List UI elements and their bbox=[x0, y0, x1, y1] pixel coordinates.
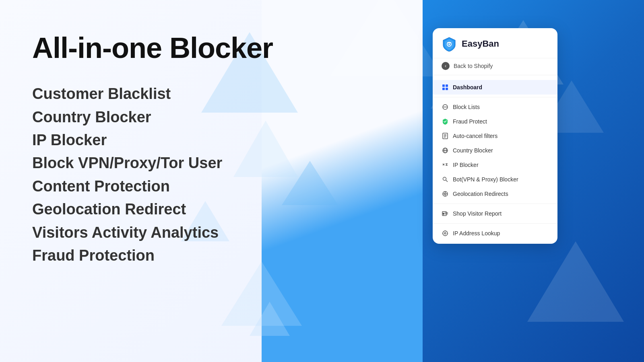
feature-list: Customer Blacklist Country Blocker IP Bl… bbox=[32, 84, 394, 265]
nav-label-country-blocker: Country Blocker bbox=[453, 147, 493, 154]
svg-point-15 bbox=[443, 177, 446, 181]
right-section: EasyBan ‹ Back to Shopify bbox=[411, 24, 580, 244]
panel-header: EasyBan bbox=[433, 28, 557, 58]
feature-visitor-analytics: Visitors Activity Analytics bbox=[32, 223, 394, 243]
feature-customer-blacklist: Customer Blacklist bbox=[32, 84, 394, 104]
nav-label-dashboard: Dashboard bbox=[453, 84, 482, 90]
block-lists-icon bbox=[442, 103, 449, 111]
back-to-shopify[interactable]: ‹ Back to Shopify bbox=[433, 58, 557, 75]
feature-geolocation-redirect: Geolocation Redirect bbox=[32, 200, 394, 219]
nav-label-block-lists: Block Lists bbox=[453, 104, 480, 110]
svg-rect-2 bbox=[442, 84, 445, 87]
nav-item-ip-blocker[interactable]: IP Blocker bbox=[433, 158, 557, 172]
nav-divider-3 bbox=[433, 223, 557, 224]
nav-item-bot-blocker[interactable]: Bot(VPN & Proxy) Blocker bbox=[433, 172, 557, 187]
svg-point-29 bbox=[444, 232, 446, 234]
nav-item-fraud-protect[interactable]: Fraud Protect bbox=[433, 114, 557, 129]
nav-label-fraud-protect: Fraud Protect bbox=[453, 118, 487, 125]
nav-label-shop-visitor: Shop Visitor Report bbox=[453, 210, 502, 217]
back-label: Back to Shopify bbox=[454, 63, 493, 69]
panel-nav: Dashboard Block Lists bbox=[433, 77, 557, 244]
geolocation-icon bbox=[442, 190, 449, 197]
shop-visitor-icon bbox=[442, 210, 449, 217]
panel-title: EasyBan bbox=[462, 39, 499, 49]
easyban-panel: EasyBan ‹ Back to Shopify bbox=[433, 28, 557, 244]
ip-blocker-icon bbox=[442, 161, 449, 169]
nav-label-auto-cancel: Auto-cancel filters bbox=[453, 133, 497, 139]
feature-country-blocker: Country Blocker bbox=[32, 107, 394, 127]
auto-cancel-icon bbox=[442, 132, 449, 140]
nav-divider-2 bbox=[433, 204, 557, 204]
nav-item-shop-visitor[interactable]: Shop Visitor Report bbox=[433, 206, 557, 221]
nav-label-bot-blocker: Bot(VPN & Proxy) Blocker bbox=[453, 176, 518, 183]
fraud-protect-icon bbox=[442, 118, 449, 125]
nav-label-geolocation: Geolocation Redirects bbox=[453, 191, 508, 197]
feature-ip-blocker: IP Blocker bbox=[32, 130, 394, 150]
back-arrow-icon: ‹ bbox=[442, 62, 450, 70]
svg-rect-4 bbox=[442, 88, 445, 90]
bot-blocker-icon bbox=[442, 176, 449, 183]
svg-rect-5 bbox=[446, 88, 448, 90]
svg-point-1 bbox=[448, 43, 450, 45]
nav-item-auto-cancel[interactable]: Auto-cancel filters bbox=[433, 129, 557, 143]
feature-content-protection: Content Protection bbox=[32, 177, 394, 196]
nav-divider-1 bbox=[433, 97, 557, 97]
svg-point-18 bbox=[444, 193, 446, 195]
dashboard-icon bbox=[442, 84, 449, 91]
svg-rect-3 bbox=[446, 84, 448, 87]
nav-item-dashboard[interactable]: Dashboard bbox=[433, 80, 557, 95]
nav-item-country-blocker[interactable]: Country Blocker bbox=[433, 143, 557, 158]
nav-label-ip-blocker: IP Blocker bbox=[453, 162, 479, 168]
easyban-logo-icon bbox=[442, 36, 457, 51]
country-blocker-icon bbox=[442, 147, 449, 154]
svg-point-28 bbox=[443, 231, 448, 236]
feature-fraud-protection: Fraud Protection bbox=[32, 246, 394, 265]
page-title: All-in-one Blocker bbox=[32, 32, 394, 64]
nav-item-geolocation[interactable]: Geolocation Redirects bbox=[433, 187, 557, 201]
nav-item-block-lists[interactable]: Block Lists bbox=[433, 100, 557, 114]
feature-vpn-proxy: Block VPN/Proxy/Tor User bbox=[32, 153, 394, 173]
ip-lookup-icon bbox=[442, 230, 449, 237]
svg-line-16 bbox=[446, 180, 448, 182]
left-section: All-in-one Blocker Customer Blacklist Co… bbox=[32, 24, 411, 265]
main-content: All-in-one Blocker Customer Blacklist Co… bbox=[0, 0, 644, 362]
nav-item-ip-lookup[interactable]: IP Address Lookup bbox=[433, 226, 557, 241]
svg-point-26 bbox=[443, 213, 444, 214]
nav-label-ip-lookup: IP Address Lookup bbox=[453, 230, 500, 237]
